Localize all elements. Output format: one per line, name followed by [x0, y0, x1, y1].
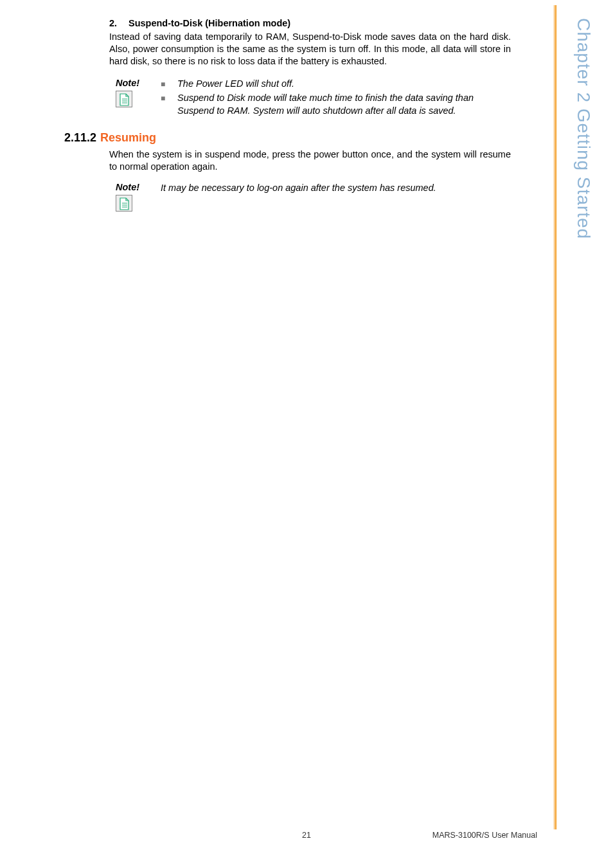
note-icon: [116, 195, 132, 212]
page-accent-line: [554, 5, 556, 829]
list-item-2: 2. Suspend-to-Disk (Hibernation mode): [109, 18, 511, 28]
bullet-icon: ■: [161, 78, 177, 91]
note-bullet-text: The Power LED will shut off.: [177, 78, 294, 91]
note-label: Note!: [116, 182, 161, 192]
doc-name: MARS-3100R/S User Manual: [432, 831, 537, 840]
heading-title: Resuming: [100, 131, 156, 145]
note-block-1: Note! ■ The Power LED will shut off.: [116, 78, 511, 118]
heading-number: 2.11.2: [64, 131, 96, 145]
note-block-2: Note! It may be necessary to log-on agai…: [116, 182, 511, 212]
note-bullet-2: ■ Suspend to Disk mode will take much ti…: [161, 92, 511, 116]
page-footer: 21 MARS-3100R/S User Manual: [0, 831, 613, 840]
list-item-title: Suspend-to-Disk (Hibernation mode): [129, 18, 290, 28]
note-bullet-1: ■ The Power LED will shut off.: [161, 78, 511, 91]
list-item-number: 2.: [109, 18, 129, 28]
heading-resuming: 2.11.2 Resuming: [64, 131, 511, 145]
content-area: 2. Suspend-to-Disk (Hibernation mode) In…: [64, 18, 511, 212]
bullet-icon: ■: [161, 92, 177, 116]
note-icon: [116, 91, 132, 107]
side-chapter-label: Chapter 2 Getting Started: [573, 18, 594, 239]
page-number: 21: [302, 831, 311, 840]
note-label: Note!: [116, 78, 161, 88]
paragraph-suspend-to-disk: Instead of saving data temporarily to RA…: [109, 31, 511, 68]
note-bullet-text: Suspend to Disk mode will take much time…: [177, 92, 511, 116]
note-text: It may be necessary to log-on again afte…: [161, 182, 436, 212]
paragraph-resuming: When the system is in suspend mode, pres…: [109, 149, 511, 173]
